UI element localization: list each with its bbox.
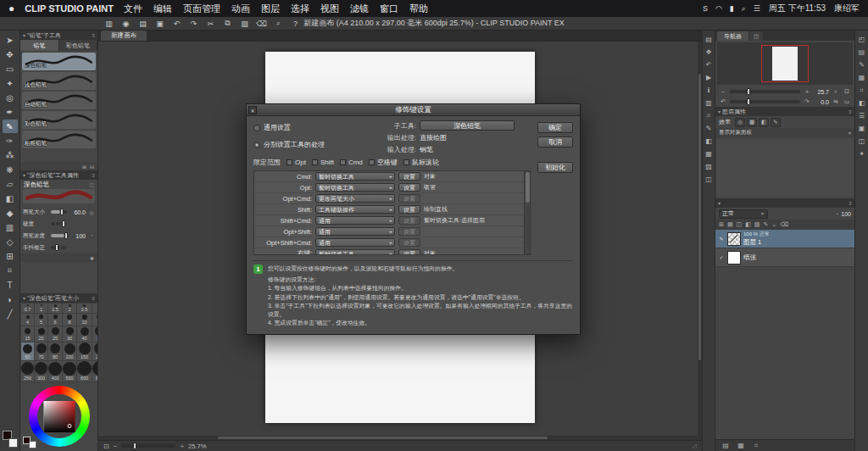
brush-size-item[interactable]: 12 [92, 314, 97, 326]
layer-thumbnail[interactable] [727, 232, 741, 246]
border-effect-icon[interactable]: ◎ [735, 118, 745, 127]
pressure-icon[interactable]: ◔ [88, 233, 95, 238]
set-button[interactable]: 设置 [398, 249, 420, 255]
brush-size-item[interactable]: 5 [35, 314, 47, 326]
scope-checkbox[interactable]: Shift [312, 158, 334, 167]
tool-button[interactable]: ◗ [3, 292, 18, 306]
add-subtool-icon[interactable]: ⊞ [82, 164, 86, 170]
canvas-tab[interactable]: 新建画布 [101, 31, 147, 41]
subtool-item[interactable]: 深色铅笔 [22, 53, 96, 70]
brush-size-item[interactable]: 4 [21, 314, 34, 326]
menubar-menu-item[interactable]: 滤镜 [350, 3, 369, 15]
action-dropdown[interactable]: 通用 [315, 227, 395, 236]
status-icon[interactable]: S [703, 4, 708, 14]
collapse-icon[interactable]: ▾ [718, 109, 721, 114]
brush-size-item[interactable]: 3 [92, 303, 97, 313]
modifier-key-row[interactable]: 右键: 暂时切换工具 设置 对象 [254, 248, 524, 255]
brush-size-item[interactable]: 100 [63, 342, 76, 360]
brush-size-item[interactable]: 8 [63, 314, 76, 326]
action-dropdown[interactable]: 工具辅助操作 [315, 205, 395, 214]
modifier-key-row[interactable]: Opt+Shift: 通用 设置 [254, 226, 524, 237]
tool-button[interactable]: ◇ [3, 235, 18, 248]
brush-panel-icon[interactable]: ✎ [704, 124, 714, 133]
status-icon[interactable]: ☰ [754, 4, 760, 14]
command-icon[interactable]: ✂ [205, 19, 216, 29]
modifier-key-row[interactable]: Opt: 暂时切换工具 设置 吸管 [254, 182, 524, 193]
tool-button[interactable]: ▥ [3, 220, 18, 234]
brush-size-item[interactable]: 25 [48, 326, 62, 342]
set-button[interactable]: 设置 [398, 172, 420, 181]
brush-size-item[interactable]: 800 [92, 361, 97, 381]
brush-size-item[interactable]: 50 [92, 326, 97, 342]
menubar-menu-item[interactable]: 编辑 [153, 3, 172, 15]
set-button[interactable]: 设置 [398, 238, 420, 247]
zoom-in-icon[interactable]: + [803, 89, 811, 95]
fit-window-icon[interactable]: ⊡ [843, 88, 851, 95]
subtool-tab[interactable]: 铅笔 [20, 40, 59, 51]
command-icon[interactable]: ▨ [239, 19, 250, 29]
tool-button[interactable]: ❋ [3, 163, 18, 176]
brush-size-item[interactable]: 10 [77, 314, 92, 326]
material-manga-icon[interactable]: ▦ [857, 73, 867, 82]
subtool-item[interactable]: 浅色铅笔 [22, 72, 96, 90]
zoom-out-icon[interactable]: − [114, 443, 118, 450]
action-dropdown[interactable]: 更改画笔大小 [315, 194, 395, 203]
panel-menu-icon[interactable]: ≡ [92, 33, 95, 38]
table-scrollbar[interactable] [524, 171, 530, 254]
flip-horizontal-icon[interactable]: ⇋ [832, 98, 840, 105]
layer-thumbnail[interactable] [727, 251, 741, 264]
tab-subview[interactable]: ◫ [749, 31, 763, 41]
set-button[interactable]: 设置 [398, 205, 420, 214]
tool-button[interactable]: ✥ [3, 47, 18, 61]
command-icon[interactable]: ▣ [154, 19, 165, 29]
action-dropdown[interactable]: 通用 [315, 216, 395, 225]
auto-action-panel-icon[interactable]: ▶ [704, 73, 714, 82]
brush-size-item[interactable]: 2 [63, 303, 76, 313]
delete-subtool-icon[interactable]: ⊟ [90, 164, 94, 170]
navigator-preview[interactable] [717, 42, 853, 85]
panel-menu-icon[interactable]: ≡ [849, 201, 852, 206]
brush-size-item[interactable]: 250 [21, 361, 34, 381]
tool-button[interactable]: ✒ [3, 105, 18, 119]
material-list-icon[interactable]: ☰ [857, 111, 867, 120]
vertical-scrollbar[interactable] [698, 42, 702, 440]
modifier-key-row[interactable]: Cmd: 暂时切换工具 设置 对象 [254, 171, 524, 182]
brush-size-item[interactable]: 70 [35, 342, 47, 360]
density-slider[interactable] [51, 234, 67, 237]
subtool-item[interactable]: 粗糙铅笔 [22, 131, 96, 148]
color-panel-icon[interactable]: ◧ [704, 136, 714, 146]
navigator-rotation-value[interactable]: 0.0 [814, 99, 829, 105]
status-icon[interactable]: ▮ [730, 4, 734, 14]
brush-size-item[interactable]: 6 [48, 314, 62, 326]
ok-button[interactable]: 确定 [537, 122, 573, 133]
saturation-value-square[interactable] [43, 401, 75, 432]
timeline-panel-icon[interactable]: ⌗ [704, 111, 714, 120]
tool-button[interactable]: ◧ [3, 192, 18, 205]
material-star-icon[interactable]: ✦ [857, 149, 867, 159]
lock-icon[interactable]: ◫ [89, 181, 94, 187]
subtool-dropdown[interactable]: 深色铅笔 [420, 120, 515, 131]
menubar-menu-item[interactable]: 文件 [124, 3, 142, 15]
item-bank-panel-icon[interactable]: ▥ [704, 98, 714, 108]
tool-button[interactable]: ▱ [3, 177, 18, 191]
initialize-button[interactable]: 初始化 [537, 162, 573, 173]
brush-size-item[interactable]: 40 [77, 326, 92, 342]
material-image-icon[interactable]: ⌗ [857, 86, 867, 95]
brush-size-item[interactable]: 80 [48, 342, 62, 360]
material-panel-icon[interactable]: ❖ [704, 47, 714, 57]
layer-panel-icon[interactable]: ◫ [704, 175, 714, 184]
tool-button[interactable]: ⌗ [3, 264, 18, 277]
tool-button[interactable]: ✦ [3, 76, 18, 90]
brush-size-item[interactable]: 500 [63, 361, 76, 381]
menubar-username[interactable]: 康绍军 [834, 3, 860, 14]
tab-navigator[interactable]: 导航器 [717, 31, 748, 41]
brush-size-item[interactable]: 300 [35, 361, 47, 381]
action-dropdown[interactable]: 通用 [315, 238, 395, 247]
merge-down-icon[interactable]: ⌄ [771, 221, 776, 228]
close-icon[interactable]: ✕ [248, 106, 257, 114]
set-button[interactable]: 设置 [398, 194, 420, 203]
status-icon[interactable]: ◠ [715, 4, 722, 14]
layer-row[interactable]: ✎ 100 % 正常 图层 1 [715, 230, 854, 248]
blend-mode-dropdown[interactable]: 正常 ▼ [719, 209, 768, 219]
command-icon[interactable]: ▤ [137, 19, 148, 29]
